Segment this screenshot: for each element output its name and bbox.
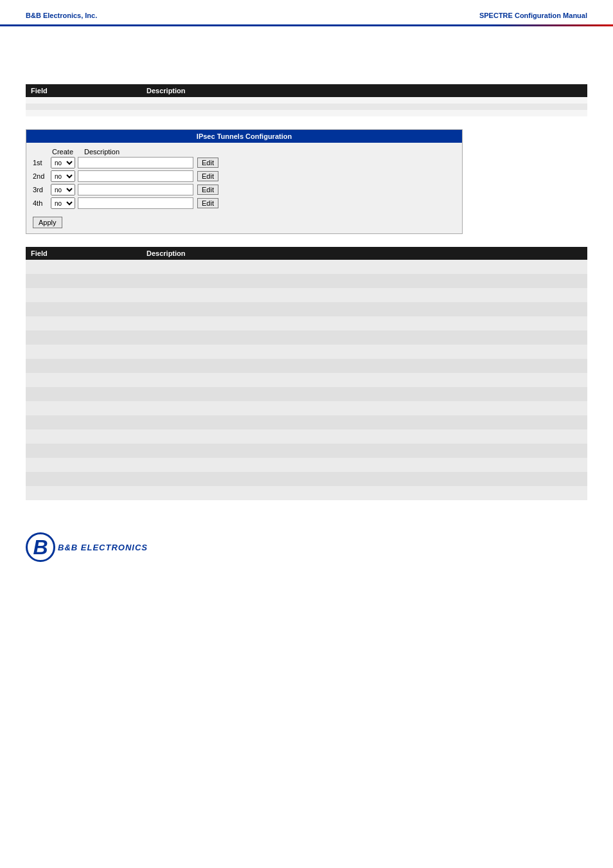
table-row: [141, 110, 587, 116]
table-row: [26, 104, 141, 110]
table-row: [141, 444, 587, 458]
ipsec-col-headers: Create Description: [52, 148, 456, 156]
ipsec-edit-button-4[interactable]: Edit: [197, 198, 218, 208]
bottom-info-table: Field Description: [26, 247, 587, 500]
table-row: [26, 472, 141, 486]
apply-button[interactable]: Apply: [33, 217, 62, 228]
table-row: [26, 429, 141, 444]
table-row: [141, 288, 587, 302]
ipsec-desc-input-2[interactable]: [78, 170, 193, 182]
table-row: [26, 401, 141, 415]
table-row: [141, 401, 587, 415]
page-header: B&B Electronics, Inc. SPECTRE Configurat…: [0, 0, 613, 24]
ipsec-tunnel-row: 4thnoyesEdit: [33, 197, 456, 209]
ipsec-create-select-2[interactable]: noyes: [51, 170, 75, 182]
table-row: [141, 387, 587, 401]
table-row: [26, 415, 141, 429]
table-row: [26, 302, 141, 316]
ipsec-row-label: 4th: [33, 199, 51, 207]
table-row: [26, 359, 141, 373]
content-area: Field Description IPsec Tunnels Configur…: [0, 39, 613, 526]
bottom-table-col2-header: Description: [141, 247, 587, 260]
top-table-col1-header: Field: [26, 84, 141, 97]
ipsec-tunnel-row: 2ndnoyesEdit: [33, 170, 456, 182]
table-row: [26, 345, 141, 359]
description-spacer: [26, 46, 587, 84]
ipsec-create-select-3[interactable]: noyes: [51, 184, 75, 195]
table-row: [141, 472, 587, 486]
ipsec-col-create-label: Create: [52, 148, 84, 156]
table-row: [26, 330, 141, 345]
table-row: [141, 316, 587, 330]
ipsec-panel-body: Create Description 1stnoyesEdit2ndnoyesE…: [26, 143, 462, 233]
table-row: [26, 274, 141, 288]
logo-brand: B&B ELECTRONICS: [58, 543, 148, 552]
ipsec-tunnel-row: 1stnoyesEdit: [33, 157, 456, 168]
header-rule: [0, 24, 613, 26]
table-row: [26, 387, 141, 401]
table-row: [26, 373, 141, 387]
ipsec-tunnel-row: 3rdnoyesEdit: [33, 184, 456, 195]
logo-container: B B&B ELECTRONICS: [26, 532, 587, 562]
bottom-table-col1-header: Field: [26, 247, 141, 260]
manual-title: SPECTRE Configuration Manual: [479, 12, 587, 19]
table-row: [141, 345, 587, 359]
ipsec-row-label: 2nd: [33, 172, 51, 180]
ipsec-edit-button-1[interactable]: Edit: [197, 158, 218, 168]
logo-b-icon: B: [26, 532, 55, 562]
table-row: [26, 458, 141, 472]
table-row: [26, 288, 141, 302]
table-row: [141, 274, 587, 288]
table-row: [141, 260, 587, 274]
table-row: [26, 97, 141, 104]
table-row: [26, 110, 141, 116]
ipsec-panel-header: IPsec Tunnels Configuration: [26, 130, 462, 143]
table-row: [141, 359, 587, 373]
ipsec-col-desc-label: Description: [84, 148, 120, 156]
logo-text-block: B&B ELECTRONICS: [58, 543, 148, 552]
ipsec-edit-button-3[interactable]: Edit: [197, 185, 218, 195]
table-row: [141, 458, 587, 472]
ipsec-edit-button-2[interactable]: Edit: [197, 171, 218, 181]
table-row: [141, 330, 587, 345]
table-row: [141, 104, 587, 110]
logo-text: B&B ELECTRONICS: [58, 543, 148, 552]
company-name: B&B Electronics, Inc.: [26, 12, 97, 19]
table-row: [26, 444, 141, 458]
logo-b-letter: B: [33, 536, 48, 559]
ipsec-row-label: 3rd: [33, 186, 51, 194]
ipsec-row-label: 1st: [33, 159, 51, 167]
top-info-table: Field Description: [26, 84, 587, 116]
table-row: [141, 486, 587, 500]
table-row: [141, 373, 587, 387]
ipsec-rows-container: 1stnoyesEdit2ndnoyesEdit3rdnoyesEdit4thn…: [33, 157, 456, 209]
table-row: [26, 316, 141, 330]
table-row: [26, 260, 141, 274]
ipsec-panel: IPsec Tunnels Configuration Create Descr…: [26, 129, 463, 234]
ipsec-create-select-1[interactable]: noyes: [51, 157, 75, 168]
table-row: [141, 97, 587, 104]
top-table-col2-header: Description: [141, 84, 587, 97]
ipsec-desc-input-1[interactable]: [78, 157, 193, 168]
table-row: [26, 486, 141, 500]
ipsec-create-select-4[interactable]: noyes: [51, 197, 75, 209]
table-row: [141, 415, 587, 429]
page-footer: B B&B ELECTRONICS: [0, 526, 613, 575]
ipsec-apply-row: Apply: [33, 213, 456, 228]
ipsec-desc-input-4[interactable]: [78, 197, 193, 209]
ipsec-desc-input-3[interactable]: [78, 184, 193, 195]
table-row: [141, 302, 587, 316]
table-row: [141, 429, 587, 444]
